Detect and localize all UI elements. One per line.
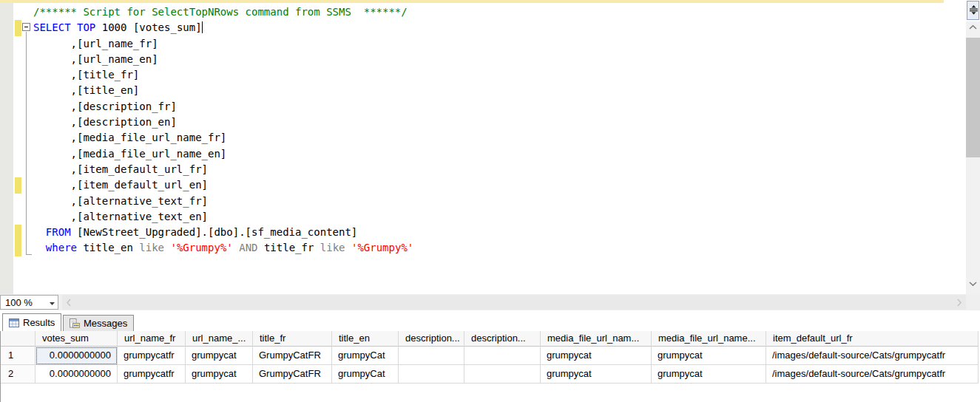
grid-cell[interactable]: grumpyCat xyxy=(332,365,399,384)
editor-zoom-combo[interactable]: 100 % xyxy=(0,295,58,310)
grid-cell[interactable] xyxy=(464,347,541,365)
column-header[interactable]: votes_sum xyxy=(36,331,118,347)
column-header[interactable]: title_fr xyxy=(253,331,332,347)
code-token: ,[alternative_text_fr] xyxy=(33,195,208,207)
tab-results-label: Results xyxy=(23,317,55,328)
editor-horizontal-scrollbar[interactable] xyxy=(62,295,966,310)
change-bar xyxy=(15,241,21,257)
code-token xyxy=(33,242,46,253)
code-token: ,[url_name_en] xyxy=(33,53,158,65)
code-line[interactable]: /****** Script for SelectTopNRows comman… xyxy=(33,4,413,20)
row-header[interactable]: 2 xyxy=(1,365,36,384)
code-token: ,[alternative_text_en] xyxy=(33,211,208,222)
text-cursor xyxy=(202,21,203,33)
column-header[interactable]: media_file_url_nam... xyxy=(541,331,652,347)
code-token: 1000 [votes_sum] xyxy=(95,21,201,33)
message-page-icon xyxy=(70,318,80,328)
code-token: '%Grumpy%' xyxy=(351,242,413,253)
scroll-up-icon[interactable] xyxy=(969,24,977,30)
code-line[interactable]: ,[media_file_url_name_fr] xyxy=(33,130,413,146)
grid-cell[interactable]: GrumpyCatFR xyxy=(253,365,332,384)
grid-cell[interactable]: grumpycat xyxy=(186,365,253,384)
column-header[interactable]: description... xyxy=(399,331,464,347)
column-header[interactable]: description... xyxy=(464,331,541,347)
code-token: title_en xyxy=(77,242,139,253)
code-line[interactable]: ,[item_default_url_en] xyxy=(33,177,413,193)
table-row: 20.0000000000grumpycatfrgrumpycatGrumpyC… xyxy=(1,365,980,384)
grid-cell[interactable]: /images/default-source/Cats/grumpycatfr xyxy=(766,347,979,365)
results-grid[interactable]: votes_sumurl_name_frurl_name_...title_fr… xyxy=(1,331,980,402)
code-token: /****** Script for SelectTopNRows comman… xyxy=(33,6,408,18)
sql-editor[interactable]: /****** Script for SelectTopNRows comman… xyxy=(0,3,966,294)
code-token: TOP xyxy=(77,21,95,33)
results-pane: Results Messages votes_sumurl_name_frurl… xyxy=(0,310,980,402)
code-line[interactable]: SELECT TOP 1000 [votes_sum] xyxy=(33,20,413,35)
editor-bottom-bar: 100 % xyxy=(0,294,980,310)
scroll-down-icon[interactable] xyxy=(969,281,977,287)
chevron-down-icon xyxy=(46,296,58,309)
outline-guide-line xyxy=(26,32,27,254)
grid-cell[interactable] xyxy=(399,365,464,384)
tab-messages[interactable]: Messages xyxy=(63,315,134,331)
code-token: ,[item_default_url_fr] xyxy=(33,163,208,175)
column-header[interactable]: url_name_... xyxy=(186,331,253,347)
code-line[interactable]: ,[url_name_fr] xyxy=(33,36,413,52)
grid-cell[interactable]: grumpycat xyxy=(186,347,253,365)
code-line[interactable]: ,[title_fr] xyxy=(33,67,413,83)
grid-cell[interactable]: GrumpyCatFR xyxy=(253,347,332,365)
code-line[interactable]: ,[item_default_url_fr] xyxy=(33,162,413,177)
code-line[interactable]: ,[alternative_text_en] xyxy=(33,209,413,225)
grid-cell[interactable] xyxy=(399,347,464,365)
code-area[interactable]: /****** Script for SelectTopNRows comman… xyxy=(33,4,413,256)
code-line[interactable]: ,[description_en] xyxy=(33,115,413,130)
outline-guide-tick xyxy=(26,254,32,255)
grid-cell[interactable]: grumpycatfr xyxy=(118,365,186,384)
vertical-scrollbar-track[interactable] xyxy=(966,21,980,294)
grid-cell[interactable]: grumpyCat xyxy=(332,347,399,365)
tab-messages-label: Messages xyxy=(84,318,127,329)
splitter-icon[interactable] xyxy=(967,1,979,20)
grid-cell[interactable] xyxy=(464,365,541,384)
vertical-scrollbar-thumb[interactable] xyxy=(966,38,980,157)
column-header[interactable]: title_en xyxy=(332,331,399,347)
code-token: ,[description_fr] xyxy=(33,100,177,112)
code-token: ,[media_file_url_name_fr] xyxy=(33,132,226,143)
grid-cell[interactable]: grumpycat xyxy=(652,347,766,365)
column-header[interactable]: item_default_url_fr xyxy=(766,331,979,347)
row-header[interactable]: 1 xyxy=(1,347,36,365)
grid-cell[interactable]: 0.0000000000 xyxy=(36,365,118,384)
code-line[interactable]: FROM [NewStreet_Upgraded].[dbo].[sf_medi… xyxy=(33,225,413,240)
grid-cell[interactable]: grumpycatfr xyxy=(118,347,186,365)
code-line[interactable]: ,[url_name_en] xyxy=(33,52,413,67)
grid-cell[interactable]: /images/default-source/Cats/grumpycatfr xyxy=(766,365,979,384)
code-line[interactable]: ,[title_en] xyxy=(33,83,413,98)
code-token: [NewStreet_Upgraded].[dbo].[sf_media_con… xyxy=(71,226,358,238)
editor-vertical-scrollbar[interactable] xyxy=(966,0,980,294)
grid-cell[interactable]: 0.0000000000 xyxy=(36,347,118,365)
code-line[interactable]: where title_en like '%Grumpy%' AND title… xyxy=(33,240,413,256)
grid-corner[interactable] xyxy=(1,331,36,347)
outline-collapse-minus-icon[interactable] xyxy=(22,23,30,31)
code-line[interactable]: ,[media_file_url_name_en] xyxy=(33,146,413,162)
grid-header-row: votes_sumurl_name_frurl_name_...title_fr… xyxy=(1,331,980,347)
grid-cell[interactable]: grumpycat xyxy=(541,347,652,365)
code-token: title_fr xyxy=(258,242,320,253)
scroll-left-icon[interactable] xyxy=(66,299,72,307)
change-bar xyxy=(15,20,21,36)
code-line[interactable]: ,[description_fr] xyxy=(33,99,413,115)
column-header[interactable]: url_name_fr xyxy=(118,331,186,347)
column-header[interactable]: media_file_url_name... xyxy=(652,331,766,347)
code-line[interactable]: ,[alternative_text_fr] xyxy=(33,194,413,209)
code-token: like xyxy=(320,242,345,253)
code-token: ,[media_file_url_name_en] xyxy=(33,148,226,160)
code-token: ,[title_fr] xyxy=(33,69,139,81)
scroll-right-icon[interactable] xyxy=(956,299,962,307)
grid-cell[interactable]: grumpycat xyxy=(652,365,766,384)
code-token: like xyxy=(139,242,164,253)
code-token: SELECT xyxy=(33,21,71,33)
code-token: ,[title_en] xyxy=(33,84,139,96)
code-token: '%Grumpy%' xyxy=(170,242,232,253)
code-token: where xyxy=(46,242,77,253)
grid-cell[interactable]: grumpycat xyxy=(541,365,652,384)
tab-results[interactable]: Results xyxy=(2,313,61,331)
